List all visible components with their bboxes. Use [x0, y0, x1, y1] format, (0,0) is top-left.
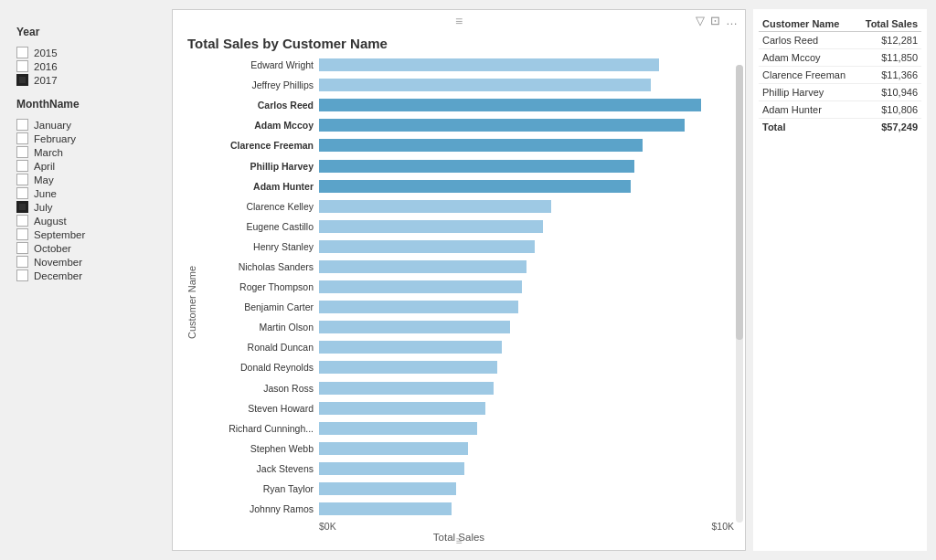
- bar-fill: [319, 301, 518, 313]
- month-filter-item[interactable]: April: [16, 159, 157, 173]
- bar-row: Stephen Webb: [200, 438, 734, 459]
- bar-fill: [319, 139, 643, 152]
- bottom-resize-handle[interactable]: ≡: [455, 534, 462, 547]
- filter-icon[interactable]: ▽: [696, 14, 705, 27]
- bar-chart-area: Customer Name Edward WrightJeffrey Phill…: [184, 55, 734, 532]
- table-container: Customer Name Total Sales Carlos Reed$12…: [753, 9, 927, 551]
- month-label: July: [34, 202, 52, 213]
- month-filter-item[interactable]: November: [16, 255, 157, 269]
- bar-track: [319, 200, 734, 213]
- month-label: December: [34, 270, 82, 281]
- bar-fill: [319, 200, 551, 213]
- bar-row: Clarence Kelley: [200, 196, 734, 217]
- bar-track: [319, 99, 734, 111]
- year-checkbox[interactable]: [16, 60, 28, 72]
- month-checkbox[interactable]: [16, 187, 28, 199]
- year-checkbox[interactable]: [16, 74, 28, 86]
- x-axis-min: $0K: [319, 521, 336, 532]
- year-filter-item[interactable]: 2015: [16, 46, 157, 59]
- month-checkbox[interactable]: [16, 201, 28, 213]
- month-filter-item[interactable]: June: [16, 186, 157, 200]
- bar-label: Carlos Reed: [200, 100, 319, 111]
- bar-label: Donald Reynolds: [200, 362, 319, 373]
- month-checkbox[interactable]: [16, 242, 28, 254]
- bar-row: Jason Ross: [200, 378, 734, 398]
- bar-row: Richard Cunningh...: [200, 418, 734, 438]
- month-filter-item[interactable]: February: [16, 132, 157, 145]
- month-checkbox[interactable]: [16, 174, 28, 185]
- total-sales-cell: $11,850: [856, 49, 921, 67]
- month-filter-item[interactable]: December: [16, 269, 157, 282]
- bar-row: Henry Stanley: [200, 237, 734, 257]
- year-filter-item[interactable]: 2016: [16, 59, 157, 73]
- bar-track: [319, 180, 734, 193]
- more-icon[interactable]: …: [726, 14, 738, 27]
- month-filter-item[interactable]: July: [16, 200, 157, 214]
- month-checkbox[interactable]: [16, 146, 28, 158]
- year-label: 2017: [34, 75, 58, 86]
- bar-track: [319, 220, 734, 233]
- month-checkbox[interactable]: [16, 215, 28, 227]
- month-checkbox[interactable]: [16, 228, 28, 240]
- month-filter-item[interactable]: January: [16, 118, 157, 132]
- bar-label: Steven Howard: [200, 403, 319, 414]
- bar-fill: [319, 502, 452, 515]
- bar-row: Eugene Castillo: [200, 217, 734, 237]
- bar-label: Richard Cunningh...: [200, 423, 319, 434]
- month-filters: JanuaryFebruaryMarchAprilMayJuneJulyAugu…: [16, 118, 157, 282]
- bar-row: Carlos Reed: [200, 95, 734, 115]
- month-label: September: [34, 229, 85, 240]
- scrollbar-track[interactable]: [736, 65, 743, 523]
- month-label: April: [34, 161, 55, 172]
- expand-icon[interactable]: ⊡: [710, 14, 720, 27]
- month-checkbox[interactable]: [16, 256, 28, 268]
- month-filter-item[interactable]: August: [16, 214, 157, 227]
- bar-track: [319, 119, 734, 132]
- scrollbar-thumb[interactable]: [736, 65, 743, 340]
- bar-row: Steven Howard: [200, 398, 734, 418]
- chart-container: ≡ ▽ ⊡ … Total Sales by Customer Name Cus…: [172, 9, 746, 551]
- bar-track: [319, 280, 734, 293]
- month-label: February: [34, 133, 76, 144]
- bar-track: [319, 361, 734, 374]
- bar-label: Eugene Castillo: [200, 221, 319, 232]
- month-filter-item[interactable]: October: [16, 241, 157, 255]
- bar-fill: [319, 361, 497, 374]
- bar-label: Adam Mccoy: [200, 120, 319, 131]
- bar-label: Adam Hunter: [200, 181, 319, 192]
- month-filter-item[interactable]: September: [16, 227, 157, 241]
- bar-label: Benjamin Carter: [200, 301, 319, 312]
- year-filter-item[interactable]: 2017: [16, 73, 157, 87]
- bar-fill: [319, 160, 634, 173]
- table-body: Carlos Reed$12,281Adam Mccoy$11,850Clare…: [759, 32, 921, 136]
- x-axis-max: $10K: [711, 521, 734, 532]
- bars-wrapper: Edward WrightJeffrey PhillipsCarlos Reed…: [200, 55, 734, 521]
- col-customer-name: Customer Name: [759, 16, 856, 32]
- month-checkbox[interactable]: [16, 119, 28, 131]
- year-checkbox[interactable]: [16, 47, 28, 58]
- y-axis-label: Customer Name: [184, 55, 200, 532]
- bar-label: Clarence Kelley: [200, 201, 319, 212]
- bar-fill: [319, 482, 456, 495]
- bar-track: [319, 58, 734, 71]
- bar-row: Jack Stevens: [200, 459, 734, 479]
- bar-row: Jeffrey Phillips: [200, 75, 734, 95]
- month-checkbox[interactable]: [16, 160, 28, 172]
- month-filter-item[interactable]: March: [16, 145, 157, 159]
- bar-fill: [319, 119, 685, 132]
- drag-handle-icon[interactable]: ≡: [455, 14, 463, 28]
- bar-label: Jack Stevens: [200, 463, 319, 474]
- bar-track: [319, 260, 734, 273]
- bar-label: Jason Ross: [200, 383, 319, 394]
- total-value: $57,249: [856, 119, 921, 136]
- month-checkbox[interactable]: [16, 132, 28, 144]
- month-filter-item[interactable]: May: [16, 173, 157, 186]
- bar-fill: [319, 321, 510, 333]
- bar-fill: [319, 442, 468, 455]
- month-label: May: [34, 174, 54, 185]
- bar-fill: [319, 280, 522, 293]
- month-checkbox[interactable]: [16, 269, 28, 281]
- bar-track: [319, 502, 734, 515]
- bar-fill: [319, 422, 477, 435]
- month-label: August: [34, 216, 67, 227]
